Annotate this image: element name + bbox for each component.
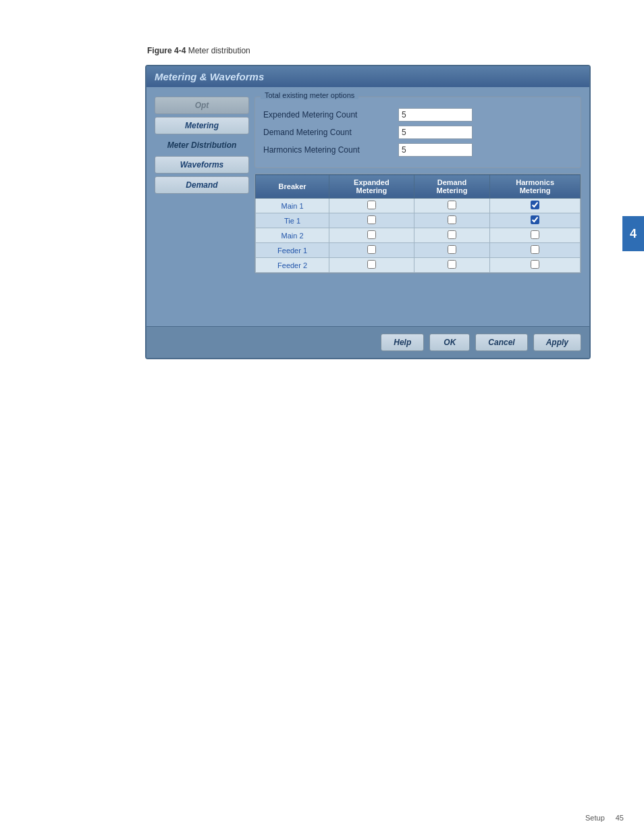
breaker-cell: Main 2 — [256, 228, 329, 243]
cancel-button[interactable]: Cancel — [475, 334, 527, 351]
footer-page: 45 — [616, 814, 624, 822]
meter-table: Breaker ExpandedMetering DemandMetering … — [255, 174, 581, 273]
demand-cb-main2[interactable] — [448, 230, 456, 239]
table-row: Feeder 2 — [256, 258, 581, 273]
breaker-cell: Tie 1 — [256, 213, 329, 228]
expended-metering-input[interactable] — [398, 108, 473, 122]
left-nav: Opt Metering Meter Distribution Waveform… — [155, 94, 249, 319]
harmonics-cb-main1[interactable] — [531, 201, 539, 209]
expanded-cb-cell[interactable] — [329, 199, 414, 213]
nav-item-metering[interactable]: Metering — [155, 117, 249, 134]
meter-options-group: Total existing meter options Expended Me… — [254, 97, 581, 168]
demand-cb-cell[interactable] — [414, 258, 490, 273]
dialog-titlebar: Metering & Waveforms — [146, 66, 589, 87]
harmonics-metering-label: Harmonics Metering Count — [263, 145, 398, 155]
nav-item-demand[interactable]: Demand — [155, 176, 249, 194]
expanded-cb-cell[interactable] — [329, 243, 414, 258]
table-row: Feeder 1 — [256, 243, 581, 258]
right-content: Total existing meter options Expended Me… — [254, 94, 581, 319]
dialog-body: Opt Metering Meter Distribution Waveform… — [146, 87, 589, 358]
harmonics-metering-row: Harmonics Metering Count — [263, 143, 572, 157]
page-footer: Setup 45 — [585, 814, 624, 822]
expended-metering-row: Expended Metering Count — [263, 108, 572, 122]
harmonics-cb-cell[interactable] — [490, 213, 581, 228]
col-expanded: ExpandedMetering — [329, 175, 414, 199]
demand-cb-feeder2[interactable] — [448, 260, 456, 269]
demand-cb-cell[interactable] — [414, 228, 490, 243]
breaker-cell: Feeder 1 — [256, 243, 329, 258]
nav-item-meter-distribution[interactable]: Meter Distribution — [155, 137, 249, 153]
footer-label: Setup — [585, 814, 605, 822]
harmonics-cb-feeder2[interactable] — [531, 260, 539, 269]
harmonics-cb-cell[interactable] — [490, 199, 581, 213]
demand-metering-label: Demand Metering Count — [263, 128, 398, 137]
col-breaker: Breaker — [256, 175, 329, 199]
harmonics-cb-cell[interactable] — [490, 258, 581, 273]
demand-cb-cell[interactable] — [414, 199, 490, 213]
harmonics-cb-main2[interactable] — [531, 230, 539, 239]
breaker-cell: Main 1 — [256, 199, 329, 213]
dialog-title: Metering & Waveforms — [155, 71, 264, 82]
apply-button[interactable]: Apply — [533, 334, 581, 351]
demand-cb-feeder1[interactable] — [448, 245, 456, 254]
dialog-content: Opt Metering Meter Distribution Waveform… — [146, 87, 589, 326]
fieldset-legend: Total existing meter options — [261, 91, 358, 99]
expanded-cb-tie1[interactable] — [367, 215, 376, 224]
expended-metering-label: Expended Metering Count — [263, 110, 398, 120]
harmonics-cb-tie1[interactable] — [531, 215, 539, 224]
nav-item-opt: Opt — [155, 97, 249, 114]
table-row: Main 1 — [256, 199, 581, 213]
harmonics-metering-input[interactable] — [398, 143, 473, 157]
table-row: Main 2 — [256, 228, 581, 243]
ok-button[interactable]: OK — [429, 334, 470, 351]
nav-item-waveforms[interactable]: Waveforms — [155, 156, 249, 174]
figure-label: Figure 4-4 Meter distribution — [147, 46, 250, 55]
expanded-cb-cell[interactable] — [329, 213, 414, 228]
table-row: Tie 1 — [256, 213, 581, 228]
expanded-cb-main2[interactable] — [367, 230, 376, 239]
expanded-cb-cell[interactable] — [329, 228, 414, 243]
col-harmonics: HarmonicsMetering — [490, 175, 581, 199]
chapter-tab: 4 — [622, 216, 644, 251]
demand-cb-cell[interactable] — [414, 243, 490, 258]
breaker-cell: Feeder 2 — [256, 258, 329, 273]
dialog-footer: Help OK Cancel Apply — [146, 326, 589, 358]
harmonics-cb-cell[interactable] — [490, 228, 581, 243]
meter-table-wrapper: Breaker ExpandedMetering DemandMetering … — [254, 174, 581, 273]
col-demand: DemandMetering — [414, 175, 490, 199]
expanded-cb-feeder1[interactable] — [367, 245, 376, 254]
demand-cb-tie1[interactable] — [448, 215, 456, 224]
expanded-cb-cell[interactable] — [329, 258, 414, 273]
harmonics-cb-feeder1[interactable] — [531, 245, 539, 254]
dialog-window: Metering & Waveforms Opt Metering Meter … — [145, 65, 591, 359]
expanded-cb-feeder2[interactable] — [367, 260, 376, 269]
help-button[interactable]: Help — [381, 334, 424, 351]
harmonics-cb-cell[interactable] — [490, 243, 581, 258]
demand-cb-main1[interactable] — [448, 201, 456, 209]
demand-metering-input[interactable] — [398, 126, 473, 139]
demand-metering-row: Demand Metering Count — [263, 126, 572, 139]
demand-cb-cell[interactable] — [414, 213, 490, 228]
expanded-cb-main1[interactable] — [367, 201, 376, 209]
